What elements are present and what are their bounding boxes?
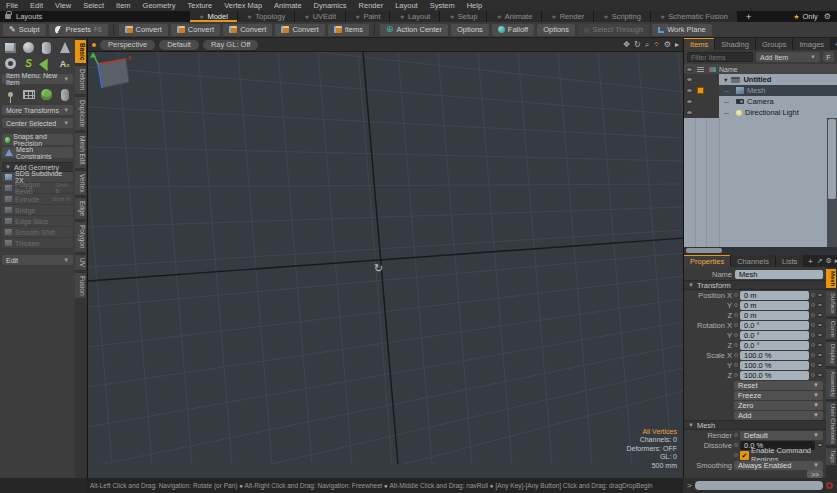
item-row-directional-light[interactable]: Directional Light <box>684 107 837 118</box>
convert-button-4[interactable]: Convert <box>275 24 324 36</box>
channel-dot-icon[interactable] <box>811 323 815 327</box>
viewport-settings-gear-icon[interactable]: ⚙ <box>664 40 671 49</box>
channel-dot-icon[interactable] <box>734 333 738 337</box>
layout-tab-paint[interactable]: ★Paint <box>346 11 391 22</box>
view-type-pill[interactable]: Perspective <box>100 40 155 50</box>
record-macro-icon[interactable] <box>826 482 833 489</box>
expand-arrow-icon[interactable]: ▸ <box>675 40 679 49</box>
zero-dropdown[interactable]: Zero▼ <box>734 401 823 410</box>
position-z-field[interactable]: 0 m <box>740 311 809 320</box>
layout-tab-uvedit[interactable]: ★UVEdit <box>295 11 346 22</box>
channel-dot-icon[interactable] <box>811 303 815 307</box>
side-tab-tags[interactable]: Tags <box>826 447 837 466</box>
popout-icon[interactable]: ↗ <box>817 257 823 265</box>
eye-toggle-icon[interactable] <box>686 77 693 82</box>
layout-tab-topology[interactable]: ★Topology <box>238 11 295 22</box>
falloff-options-dropdown[interactable]: Options <box>537 24 575 36</box>
active-layer-marker-icon[interactable] <box>697 87 704 94</box>
menu-dynamics[interactable]: Dynamics <box>308 0 353 11</box>
channel-dot-icon[interactable] <box>811 313 815 317</box>
eye-toggle-icon[interactable] <box>817 363 823 367</box>
tab-items[interactable]: Items <box>684 38 715 50</box>
mode-tab-fusion[interactable]: Fusion <box>75 272 87 300</box>
menu-layout[interactable]: Layout <box>389 0 424 11</box>
grid-plane-tool-button[interactable] <box>20 87 37 102</box>
name-field[interactable]: Mesh <box>735 270 823 279</box>
layout-tab-schematic-fusion[interactable]: ★Schematic Fusion <box>651 11 738 22</box>
menu-item[interactable]: Item <box>110 0 137 11</box>
menu-animate[interactable]: Animate <box>268 0 308 11</box>
side-tab-display[interactable]: Display <box>826 341 837 367</box>
torus-tool-button[interactable] <box>2 56 19 71</box>
transform-section-header[interactable]: ▼Transform <box>684 280 826 290</box>
eye-toggle-icon[interactable] <box>817 373 823 377</box>
side-tab-curve[interactable]: Curve <box>826 318 837 340</box>
layout-settings-gear-icon[interactable]: ⚙ <box>824 13 831 21</box>
scale-y-field[interactable]: 100.0 % <box>740 361 809 370</box>
enable-command-regions-checkbox[interactable]: ✔ <box>740 451 749 460</box>
scale-z-field[interactable]: 100.0 % <box>740 371 809 380</box>
eye-toggle-icon[interactable] <box>817 353 823 357</box>
side-tab-assembly[interactable]: Assembly <box>826 368 837 400</box>
tab-lists[interactable]: Lists <box>776 255 804 267</box>
tab-images[interactable]: Images <box>793 38 831 50</box>
render-dropdown[interactable]: Default▼ <box>740 431 823 440</box>
channel-dot-icon[interactable] <box>811 353 815 357</box>
eye-toggle-icon[interactable] <box>817 313 823 317</box>
command-input[interactable] <box>695 481 823 490</box>
eye-toggle-icon[interactable] <box>817 343 823 347</box>
layout-tab-setup[interactable]: ★Setup <box>440 11 487 22</box>
scene-row-untitled[interactable]: ▼ Untitled <box>684 74 837 85</box>
channel-dot-icon[interactable] <box>734 453 738 457</box>
channel-dot-icon[interactable] <box>811 333 815 337</box>
add-layout-tab-button[interactable]: + <box>738 11 759 22</box>
side-tab-mesh[interactable]: Mesh <box>826 268 837 289</box>
filter-items-input[interactable] <box>687 52 753 62</box>
mesh-constraints-button[interactable]: Mesh Constraints <box>2 147 73 158</box>
menu-vertex-map[interactable]: Vertex Map <box>218 0 268 11</box>
rotation-x-field[interactable]: 0.0 ° <box>740 321 809 330</box>
eye-toggle-icon[interactable] <box>817 333 823 337</box>
menu-texture[interactable]: Texture <box>182 0 219 11</box>
cylinder-tool-button[interactable] <box>38 40 55 55</box>
cube-tool-button[interactable] <box>2 40 19 55</box>
channel-dot-icon[interactable] <box>734 303 738 307</box>
add-tab-button[interactable]: + <box>831 38 837 50</box>
eye-toggle-icon[interactable] <box>817 293 823 297</box>
capsule-tool-button[interactable] <box>56 87 73 102</box>
polysphere-tool-button[interactable] <box>38 87 55 102</box>
smooth-shift-button[interactable]: Smooth Shift <box>2 227 73 238</box>
mode-tab-polygon[interactable]: Polygon <box>75 221 87 253</box>
channel-dot-icon[interactable] <box>811 343 815 347</box>
add-tab-button[interactable]: + <box>804 255 816 267</box>
extrude-button[interactable]: ExtrudeShift-X <box>2 194 73 205</box>
pivot-dots-icon[interactable]: ⁘ <box>653 40 660 49</box>
channel-dot-icon[interactable] <box>734 443 738 447</box>
shading-mode-pill[interactable]: Default <box>159 40 199 50</box>
menu-view[interactable]: View <box>49 0 77 11</box>
zoom-icon[interactable]: ⌕ <box>645 40 649 50</box>
eye-toggle-icon[interactable] <box>686 99 693 104</box>
viewport-menu-icon[interactable] <box>92 43 96 47</box>
layout-tab-animate[interactable]: ★Animate <box>487 11 542 22</box>
mesh-section-header[interactable]: ▼Mesh <box>684 420 826 430</box>
armature-tool-button[interactable] <box>2 87 19 102</box>
curve-tool-button[interactable]: S <box>20 56 37 71</box>
item-row-camera[interactable]: Camera <box>684 96 837 107</box>
layout-tab-layout[interactable]: ★Layout <box>390 11 440 22</box>
sculpt-button[interactable]: ✎Sculpt <box>3 24 46 36</box>
menu-help[interactable]: Help <box>461 0 488 11</box>
channel-dot-icon[interactable] <box>734 353 738 357</box>
mode-tab-deform[interactable]: Deform <box>75 65 87 94</box>
select-through-toggle[interactable]: ◇Select Through <box>578 24 649 36</box>
cone-tool-button[interactable] <box>56 40 73 55</box>
rotation-y-field[interactable]: 0.0 ° <box>740 331 809 340</box>
add-item-dropdown[interactable]: Add Item▼ <box>756 52 820 62</box>
channel-dot-icon[interactable] <box>734 313 738 317</box>
tab-groups[interactable]: Groups <box>756 38 794 50</box>
channel-dot-icon[interactable] <box>811 363 815 367</box>
snaps-and-precision-button[interactable]: Snaps and Precision <box>2 134 73 145</box>
menu-file[interactable]: File <box>0 0 24 11</box>
raygl-pill[interactable]: Ray GL: Off <box>203 40 258 50</box>
mode-tab-edge[interactable]: Edge <box>75 197 87 220</box>
